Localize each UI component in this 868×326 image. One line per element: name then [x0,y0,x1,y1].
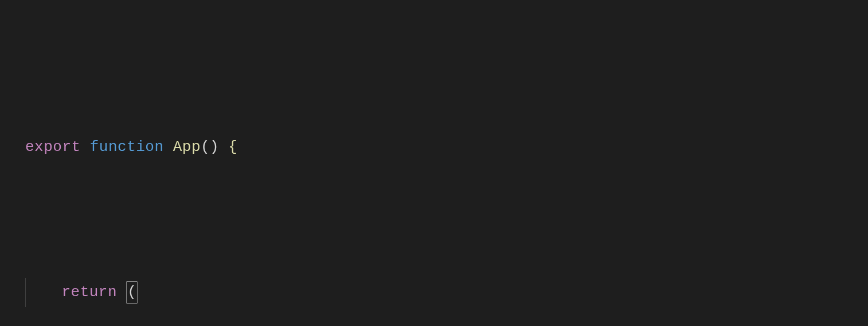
code-editor[interactable]: export function App() { return ( <Box ) … [0,0,868,326]
paren-pair: () [201,133,219,162]
brace-open: { [228,133,237,162]
whitespace [117,278,126,307]
whitespace [219,133,228,162]
keyword-function: function [90,133,164,162]
function-name: App [173,133,201,162]
whitespace [164,133,173,162]
indent-guide [25,278,34,307]
keyword-export: export [25,133,81,162]
paren-open-matched: ( [126,281,138,303]
code-line[interactable]: export function App() { [25,133,868,162]
whitespace [81,133,90,162]
code-line[interactable]: return ( [25,278,868,307]
keyword-return: return [61,278,117,307]
